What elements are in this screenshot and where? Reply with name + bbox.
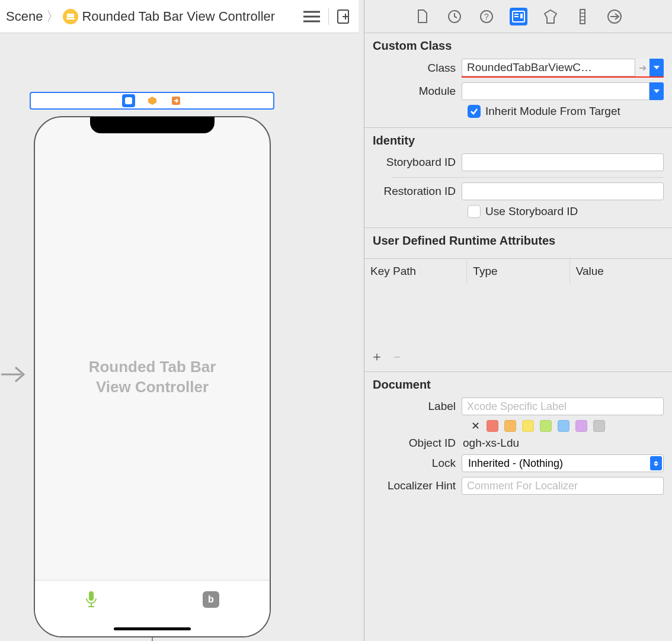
breadcrumb-item[interactable]: Rounded Tab Bar View Controller — [82, 9, 275, 24]
scene-header-bar[interactable] — [30, 92, 274, 110]
device-notch — [90, 117, 215, 133]
viewcontroller-scene-icon[interactable] — [122, 94, 135, 107]
udra-col-keypath[interactable]: Key Path — [364, 259, 467, 284]
custom-class-section: Custom Class Class ➜ Module — [364, 33, 672, 128]
viewcontroller-icon — [63, 9, 78, 24]
label-color-row: ✕ — [470, 420, 664, 432]
svg-rect-13 — [89, 591, 94, 601]
device-preview[interactable]: Rounded Tab Bar View Controller b — [34, 116, 271, 637]
identity-title: Identity — [373, 134, 664, 148]
inspector-tab-bar: ? — [364, 0, 672, 33]
label-color-clear-icon[interactable]: ✕ — [470, 421, 481, 431]
module-dropdown-arrow-icon[interactable] — [649, 82, 664, 100]
udra-remove-button[interactable]: － — [391, 348, 402, 366]
svg-marker-29 — [654, 66, 660, 69]
connections-inspector-tab-icon[interactable] — [606, 8, 623, 25]
object-id-value: ogh-xs-Ldu — [462, 437, 519, 449]
identity-divider — [392, 177, 664, 178]
svg-rect-21 — [514, 16, 519, 17]
class-dropdown-arrow-icon[interactable] — [649, 59, 664, 76]
lock-select-arrow-icon — [650, 456, 662, 470]
label-color-yellow[interactable] — [522, 420, 534, 432]
module-field[interactable] — [462, 82, 649, 100]
scene-connector-line — [152, 637, 153, 641]
chevron-right-icon: 〉 — [46, 8, 59, 25]
exit-icon[interactable] — [169, 94, 183, 107]
document-title: Document — [373, 378, 664, 392]
inherit-module-label: Inherit Module From Target — [485, 105, 620, 118]
add-to-canvas-icon[interactable] — [337, 9, 353, 24]
restoration-id-field[interactable] — [462, 182, 664, 200]
custom-class-title: Custom Class — [373, 39, 664, 53]
breadcrumb[interactable]: Scene 〉 Rounded Tab Bar View Controller — [6, 8, 275, 25]
class-navigate-arrow-icon[interactable]: ➜ — [635, 59, 649, 76]
tab-bar[interactable]: b — [35, 580, 270, 636]
inherit-module-checkbox[interactable] — [468, 105, 481, 118]
svg-marker-11 — [148, 97, 156, 105]
svg-rect-9 — [125, 97, 132, 104]
label-color-gray[interactable] — [593, 420, 605, 432]
class-field[interactable] — [462, 59, 635, 76]
svg-rect-0 — [66, 18, 75, 20]
tab-item-b-icon[interactable]: b — [203, 591, 219, 608]
use-storyboard-id-checkbox[interactable] — [468, 205, 481, 218]
scene-placeholder-label: Rounded Tab Bar View Controller — [35, 357, 270, 398]
label-color-purple[interactable] — [575, 420, 587, 432]
label-color-orange[interactable] — [504, 420, 516, 432]
size-inspector-tab-icon[interactable] — [574, 8, 591, 25]
module-label: Module — [373, 85, 462, 98]
microphone-icon[interactable] — [85, 591, 97, 610]
svg-rect-20 — [514, 14, 519, 15]
svg-marker-30 — [654, 89, 660, 93]
svg-rect-10 — [126, 102, 131, 103]
restoration-id-label: Restoration ID — [373, 185, 462, 198]
doc-label-label: Label — [373, 400, 462, 413]
localizer-hint-field[interactable] — [462, 477, 664, 495]
svg-text:?: ? — [484, 12, 489, 21]
use-storyboard-id-label: Use Storyboard ID — [485, 205, 578, 218]
initial-segue-arrow-icon[interactable] — [1, 365, 26, 386]
class-label: Class — [373, 62, 462, 75]
help-inspector-tab-icon[interactable]: ? — [478, 8, 495, 25]
toolbar-divider — [328, 8, 329, 25]
home-indicator — [114, 627, 191, 630]
udra-table-header: Key Path Type Value — [364, 258, 672, 284]
storyboard-canvas[interactable]: Rounded Tab Bar View Controller b — [0, 33, 359, 641]
outline-toggle-icon[interactable] — [303, 10, 320, 23]
label-color-red[interactable] — [487, 420, 498, 432]
storyboard-id-label: Storyboard ID — [373, 156, 462, 169]
history-inspector-tab-icon[interactable] — [446, 8, 463, 25]
lock-select-value: Inherited - (Nothing) — [468, 457, 563, 470]
localizer-hint-label: Localizer Hint — [373, 479, 462, 492]
identity-inspector-tab-icon[interactable] — [510, 8, 527, 25]
lock-label: Lock — [373, 457, 462, 470]
identity-section: Identity Storyboard ID Restoration ID Us… — [364, 128, 672, 228]
udra-col-value[interactable]: Value — [570, 259, 672, 284]
udra-col-type[interactable]: Type — [467, 259, 569, 284]
module-combobox[interactable] — [462, 82, 664, 100]
svg-rect-22 — [520, 14, 523, 18]
document-section: Document Label ✕ Object ID ogh-xs-Ldu Lo… — [364, 372, 672, 509]
class-combobox[interactable]: ➜ — [462, 59, 664, 76]
object-id-label: Object ID — [373, 437, 462, 450]
inspector-panel: ? Custom Class Class ➜ — [364, 0, 672, 641]
udra-table-body[interactable] — [364, 284, 672, 343]
label-color-blue[interactable] — [558, 420, 569, 432]
attributes-inspector-tab-icon[interactable] — [542, 8, 559, 25]
lock-select[interactable]: Inherited - (Nothing) — [462, 454, 664, 472]
storyboard-id-field[interactable] — [462, 153, 664, 171]
file-inspector-tab-icon[interactable] — [414, 8, 431, 25]
canvas-toolbar: Scene 〉 Rounded Tab Bar View Controller — [0, 0, 359, 33]
udra-add-button[interactable]: ＋ — [370, 348, 382, 366]
svg-rect-1 — [67, 14, 74, 17]
first-responder-icon[interactable] — [146, 94, 159, 107]
breadcrumb-scene[interactable]: Scene — [6, 9, 43, 24]
udra-section: User Defined Runtime Attributes Key Path… — [364, 228, 672, 372]
udra-title: User Defined Runtime Attributes — [364, 234, 672, 252]
doc-label-field[interactable] — [462, 398, 664, 415]
label-color-green[interactable] — [540, 420, 552, 432]
